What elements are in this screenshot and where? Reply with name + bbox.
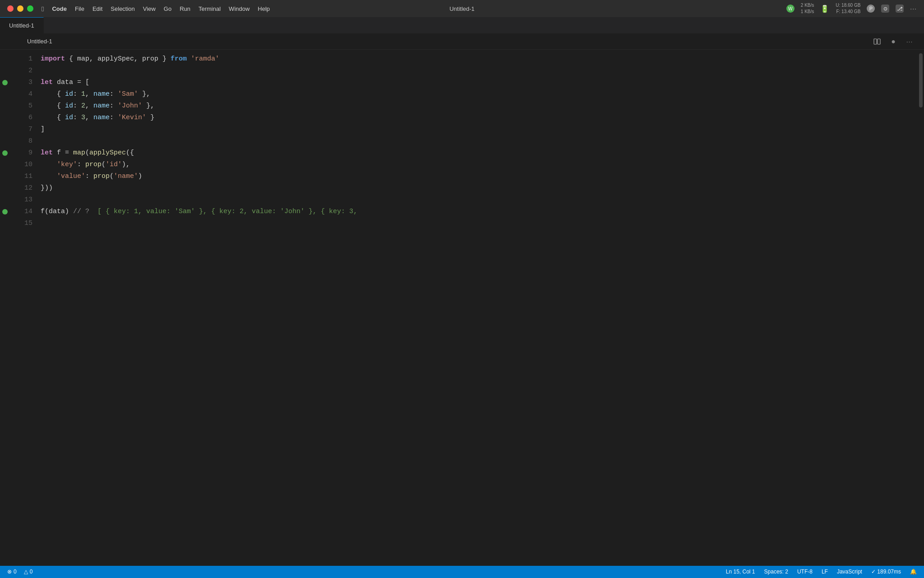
svg-rect-0 [874,39,877,44]
error-count[interactable]: ⊗ 0 [7,569,17,575]
status-bar: ⊗ 0 △ 0 Ln 15, Col 1 Spaces: 2 UTF-8 LF … [0,566,924,578]
code-line: let data = [ [41,77,918,89]
eol[interactable]: LF [822,569,828,575]
token: : [73,112,81,123]
token: , [85,89,93,100]
git-icon[interactable]: ⎇ [896,5,904,13]
statusbar-left: ⊗ 0 △ 0 [7,569,32,575]
line-number: 11 [24,171,32,182]
token: f(data) [41,206,73,217]
line-number: 5 [28,100,32,112]
menu-code[interactable]: Code [52,5,67,12]
gutter-cell [0,100,10,112]
token: 1 [81,89,85,100]
token: ( [85,148,89,158]
menu-bar:  Code File Edit Selection View Go Run T… [42,5,270,13]
warning-icon: △ [24,569,28,575]
menu-go[interactable]: Go [164,5,171,12]
token: }, [142,101,154,112]
more-actions-button[interactable]: ··· [904,36,915,47]
window-title: Untitled-1 [449,5,475,12]
statusbar-right: Ln 15, Col 1 Spaces: 2 UTF-8 LF JavaScri… [726,569,917,575]
menu-view[interactable]: View [143,5,156,12]
token: map [73,148,85,158]
minimize-button[interactable] [17,5,23,12]
line-number: 9 [28,147,32,159]
code-line: { id: 2, name: 'John' }, [41,100,918,112]
token: : [73,89,81,100]
menu-help[interactable]: Help [258,5,270,12]
gutter-cell [0,65,10,77]
gutter-cell [0,182,10,194]
gutter-cell [0,206,10,218]
code-line [41,194,918,206]
more-menu-icon[interactable]: ··· [910,5,917,12]
code-line [41,135,918,147]
token: { map, applySpec, prop } [65,54,171,65]
token: { [41,112,65,123]
breakpoint-indicator [2,209,8,214]
language-mode[interactable]: JavaScript [837,569,862,575]
code-line [41,65,918,77]
menu-terminal[interactable]: Terminal [199,5,221,12]
notifications-icon[interactable]: 🔔 [910,569,917,575]
encoding[interactable]: UTF-8 [797,569,813,575]
token: 2 [81,101,85,112]
battery-icon: 🔋 [820,5,829,13]
line-number: 12 [24,182,32,194]
line-number: 1 [28,53,32,65]
storage-status: U: 18.60 GB F: 13.40 GB [836,2,860,15]
indentation[interactable]: Spaces: 2 [764,569,788,575]
tab-untitled1[interactable]: Untitled-1 [0,17,44,33]
ellipsis-icon: ··· [906,38,913,45]
gutter-cell [0,147,10,159]
line-number: 14 [24,206,32,218]
menu-edit[interactable]: Edit [92,5,102,12]
token: name [93,112,110,123]
network-status: 2 KB/s 1 KB/s [801,2,814,15]
scrollbar-thumb[interactable] [919,53,923,107]
split-icon [873,37,881,46]
token: { [41,101,65,112]
menu-file[interactable]: File [75,5,84,12]
token: 'John' [118,101,142,112]
scrollbar[interactable] [918,50,924,566]
dot-button[interactable]: ● [888,36,899,47]
token: } [146,112,154,123]
gutter [0,50,10,566]
token: let [41,77,53,88]
line-number: 6 [28,112,32,124]
menu-selection[interactable]: Selection [111,5,134,12]
error-icon: ⊗ [7,569,12,575]
split-editor-button[interactable] [872,36,882,47]
tab-bar: Untitled-1 [0,17,924,34]
remote-icon[interactable]: ⊙ [881,5,889,13]
token: 'Kevin' [118,112,146,123]
code-line: { id: 1, name: 'Sam' }, [41,89,918,100]
line-numbers: 123456789101112131415 [10,50,37,566]
menu-window[interactable]: Window [229,5,249,12]
gutter-cell [0,171,10,182]
token: { [41,89,65,100]
code-content[interactable]: import { map, applySpec, prop } from 'ra… [37,50,918,566]
close-button[interactable] [7,5,14,12]
token [41,171,57,182]
code-line: })) [41,182,918,194]
cursor-position[interactable]: Ln 15, Col 1 [726,569,755,575]
token [187,54,191,65]
token: ), [122,159,130,170]
token: 'key' [57,159,77,170]
token: id [65,89,73,100]
circle-icon: ● [891,37,896,46]
wechat-icon[interactable]: W [786,5,795,13]
maximize-button[interactable] [27,5,33,12]
profile-icon[interactable]: P [867,5,875,13]
line-number: 15 [24,218,32,229]
code-line [41,218,918,229]
menu-run[interactable]: Run [180,5,190,12]
token: 3 [81,112,85,123]
token: // ? [73,206,93,217]
line-number: 7 [28,124,32,135]
breakpoint-indicator [2,150,8,156]
warning-count[interactable]: △ 0 [24,569,33,575]
